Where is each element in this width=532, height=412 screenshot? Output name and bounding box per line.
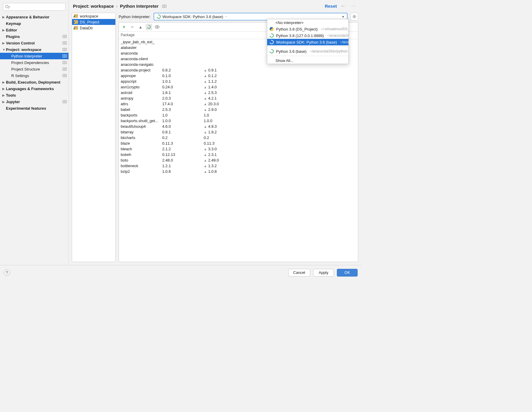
sidebar-item-label: Project: workspace [6,47,41,52]
interpreter-label: Python Interpreter: [119,15,151,19]
package-row[interactable]: bleach2.1.2▲3.3.0 [119,146,358,152]
per-project-icon [63,74,67,77]
project-tree-label: DS_Project [80,20,99,24]
column-package[interactable]: Package [121,33,162,37]
show-early-releases-button[interactable] [154,24,160,30]
chevron-down-icon: ▼ [2,48,6,51]
dropdown-interpreter-item[interactable]: Python 3.8 (127.0.0.1:8889)~/anaconda3/ [267,32,348,39]
package-row[interactable]: anaconda-project0.8.2▲0.9.1 [119,67,358,73]
package-row[interactable]: bitarray0.8.1▲1.9.2 [119,129,358,135]
svg-point-2 [353,16,355,17]
upgrade-available-icon: ▲ [204,80,207,83]
project-tree-item[interactable]: DataDir [72,25,115,31]
sidebar-item-label: R Settings [11,74,29,78]
package-latest: 0.11.3 [204,141,356,146]
package-name: appnope [121,74,162,78]
package-row[interactable]: appscript1.0.1▲1.1.2 [119,79,358,84]
chevron-right-icon: › [116,4,118,9]
sidebar-item[interactable]: ▶Tools [0,92,69,98]
sidebar-search[interactable]: ▾ [3,3,66,11]
sidebar-item[interactable]: Keymap [0,20,69,27]
package-row[interactable]: bzip21.0.6▲1.0.8 [119,169,358,174]
per-project-icon [63,48,67,51]
chevron-right-icon: ▶ [2,15,6,19]
package-row[interactable]: boto2.48.0▲2.49.0 [119,157,358,163]
package-row[interactable]: bkcharts0.20.2 [119,135,358,140]
sidebar-item[interactable]: Experimental features [0,105,69,111]
sidebar-item[interactable]: Project Dependencies [0,59,69,66]
sidebar-item[interactable]: ▶Languages & Frameworks [0,85,69,92]
sidebar-item[interactable]: Project Structure [0,66,69,72]
upgrade-package-button[interactable]: ▲ [137,24,144,30]
dropdown-interpreter-extra[interactable]: Python 3.6 (base) ~/anaconda3/bin/python [267,48,348,55]
forward-button: → [349,3,357,9]
reset-link[interactable]: Reset [325,4,337,9]
per-project-icon [63,41,67,44]
package-version: 2.0.3 [162,96,204,100]
dropdown-interpreter-item[interactable]: Workspace SDK: Python 3.6 (base)~/ana [267,39,348,45]
package-row[interactable]: astropy2.0.3▲4.2.1 [119,95,358,101]
chevron-right-icon: ▶ [2,81,6,84]
python-folder-icon [74,14,78,18]
cancel-button[interactable]: Cancel [288,269,310,277]
sidebar-item[interactable]: Python Interpreter [0,53,69,59]
dropdown-show-all[interactable]: Show All... [267,57,348,64]
package-name: bitarray [121,130,162,134]
package-version: 1.0.6 [162,169,204,174]
sidebar-item[interactable]: ▶Jupyter [0,98,69,105]
sidebar-item[interactable]: ▶Appearance & Behavior [0,14,69,20]
back-button[interactable]: ← [339,3,347,9]
project-tree-item[interactable]: DS_Project [72,19,115,25]
package-row[interactable]: bokeh0.12.13▲2.3.1 [119,152,358,157]
package-row[interactable]: babel2.5.3▲2.9.0 [119,107,358,112]
sidebar-item[interactable]: R Settings [0,72,69,79]
per-project-icon [63,61,67,64]
package-row[interactable]: bottleneck1.2.1▲1.3.2 [119,163,358,169]
sidebar-item[interactable]: ▶Editor [0,27,69,33]
package-row[interactable]: appnope0.1.0▲0.1.2 [119,73,358,79]
apply-button[interactable]: Apply [313,269,334,277]
sidebar-item[interactable]: ▶Build, Execution, Deployment [0,79,69,85]
project-tree-item[interactable]: workspace [72,13,115,19]
package-row[interactable]: attrs17.4.0▲20.3.0 [119,101,358,107]
package-latest: ▲4.2.1 [204,96,356,100]
sidebar-item-label: Project Dependencies [11,60,49,65]
sidebar-item-label: Python Interpreter [11,54,42,58]
package-name: bokeh [121,152,162,157]
conda-toggle-button[interactable] [146,24,152,30]
package-row[interactable]: backports1.01.0 [119,112,358,118]
package-name: bzip2 [121,169,162,174]
conda-icon [269,48,274,54]
package-name: backports.shutil_get... [121,119,162,123]
interpreter-selected: Workspace SDK: Python 3.6 (base) [163,15,223,19]
package-name: anaconda-client [121,57,162,61]
package-name: appscript [121,79,162,84]
help-button[interactable]: ? [4,269,10,276]
interpreter-selected-path: ~ [225,15,227,19]
ok-button[interactable]: OK [337,269,358,277]
package-row[interactable]: blaze0.11.30.11.3 [119,140,358,146]
package-row[interactable]: asn1crypto0.24.0▲1.4.0 [119,84,358,90]
upgrade-available-icon: ▲ [204,97,207,100]
package-version: 1.0 [162,113,204,117]
breadcrumb-project[interactable]: Project: workspace [73,4,114,9]
package-row[interactable]: beautifulsoup44.6.0▲4.9.3 [119,124,358,129]
upgrade-available-icon: ▲ [204,74,207,78]
settings-sidebar: ▾ ▶Appearance & BehaviorKeymap▶EditorPlu… [0,0,69,265]
dropdown-interpreter-item[interactable]: Python 3.8 (DS_Project)~/.virtualenvs/DS… [267,26,348,32]
sidebar-item-label: Project Structure [11,67,40,71]
sidebar-item[interactable]: ▼Project: workspace [0,46,69,53]
upgrade-available-icon: ▲ [204,170,207,173]
sidebar-search-input[interactable] [11,5,63,9]
dropdown-no-interpreter[interactable]: <No interpreter> [267,19,348,26]
interpreter-settings-button[interactable] [351,13,358,20]
package-row[interactable]: astroid1.6.1▲2.5.3 [119,90,358,95]
sidebar-item[interactable]: Plugins [0,33,69,40]
package-row[interactable]: backports.shutil_get...1.0.01.0.0 [119,118,358,124]
packages-list[interactable]: _ipyw_jlab_nb_ext_alabasteranacondaanaco… [119,39,358,262]
add-package-button[interactable]: + [121,24,127,30]
sidebar-item-label: Jupyter [6,100,20,104]
conda-icon [269,39,274,45]
sidebar-item[interactable]: ▶Version Control [0,40,69,46]
remove-package-button[interactable]: − [129,24,136,30]
